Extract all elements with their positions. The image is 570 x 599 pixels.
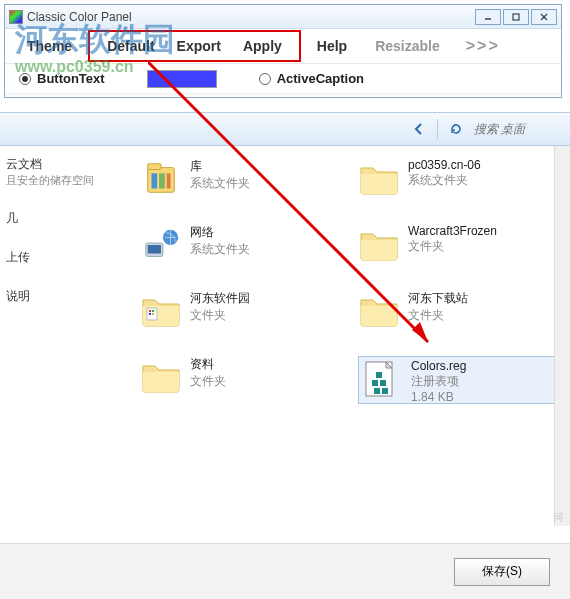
svg-rect-21 [382, 388, 388, 394]
left-item-sub: 且安全的储存空间 [6, 173, 120, 188]
swatch-buttontext[interactable] [147, 70, 217, 88]
file-item-library[interactable]: 库 系统文件夹 [140, 158, 346, 206]
left-item-title: 云文档 [6, 156, 120, 173]
explorer-toolbar [0, 112, 570, 146]
minimize-button[interactable] [475, 9, 501, 25]
svg-rect-7 [159, 173, 165, 188]
folder-icon [140, 356, 182, 398]
label-buttontext: ButtonText [37, 71, 105, 86]
file-item-folder[interactable]: 河东下载站 文件夹 [358, 290, 564, 338]
explorer-pane: 云文档 且安全的储存空间 几 上传 说明 库 系统文件夹 [0, 146, 570, 526]
scrollbar[interactable] [554, 146, 570, 526]
svg-rect-1 [513, 14, 519, 20]
file-name: Warcraft3Frozen [408, 224, 497, 238]
left-column: 云文档 且安全的储存空间 几 上传 说明 [0, 146, 120, 526]
file-item-network[interactable]: 网络 系统文件夹 [140, 224, 346, 272]
file-item-reg[interactable]: Colors.reg 注册表项 1.84 KB [358, 356, 564, 404]
file-type: 文件夹 [190, 373, 226, 390]
svg-rect-20 [376, 372, 382, 378]
file-item-folder[interactable]: Warcraft3Frozen 文件夹 [358, 224, 564, 272]
folder-icon [358, 158, 400, 200]
file-item-folder[interactable]: 河东软件园 文件夹 [140, 290, 346, 338]
file-info: pc0359.cn-06 系统文件夹 [408, 158, 481, 189]
radio-activecaption[interactable] [259, 73, 271, 85]
svg-rect-18 [372, 380, 378, 386]
file-info: 资料 文件夹 [190, 356, 226, 390]
file-info: 库 系统文件夹 [190, 158, 250, 192]
svg-rect-14 [152, 310, 154, 312]
folder-icon [140, 290, 182, 332]
file-name: 库 [190, 158, 250, 175]
save-button[interactable]: 保存(S) [454, 558, 550, 586]
left-item[interactable]: 几 [6, 210, 120, 227]
file-type: 系统文件夹 [190, 175, 250, 192]
close-button[interactable] [531, 9, 557, 25]
library-icon [140, 158, 182, 200]
toolbar-divider [437, 119, 438, 139]
left-item[interactable]: 上传 [6, 249, 120, 266]
folder-icon [358, 224, 400, 266]
back-button[interactable] [407, 118, 431, 140]
refresh-button[interactable] [444, 118, 468, 140]
options-row: ButtonText ActiveCaption [5, 63, 561, 93]
menubar: Theme Default Export Apply Help Resizabl… [5, 29, 561, 63]
svg-rect-6 [152, 173, 158, 188]
svg-rect-5 [148, 164, 161, 170]
file-item-folder[interactable]: 资料 文件夹 [140, 356, 346, 404]
svg-rect-16 [152, 313, 154, 315]
menu-export[interactable]: Export [168, 34, 230, 58]
color-panel-window: Classic Color Panel Theme Default Export… [4, 4, 562, 98]
svg-rect-10 [148, 245, 161, 254]
menu-theme[interactable]: Theme [15, 34, 84, 58]
window-title: Classic Color Panel [27, 10, 473, 24]
svg-rect-13 [149, 310, 151, 312]
file-type: 注册表项 [411, 373, 466, 390]
left-item-title: 上传 [6, 249, 120, 266]
menu-default[interactable]: Default [98, 34, 163, 58]
file-info: Colors.reg 注册表项 1.84 KB [411, 359, 466, 404]
file-info: 河东下载站 文件夹 [408, 290, 468, 324]
file-type: 系统文件夹 [408, 172, 481, 189]
file-size: 1.84 KB [411, 390, 466, 404]
left-item-title: 几 [6, 210, 120, 227]
file-name: Colors.reg [411, 359, 466, 373]
menu-resizable[interactable]: Resizable [363, 34, 452, 58]
file-info: Warcraft3Frozen 文件夹 [408, 224, 497, 255]
file-name: 资料 [190, 356, 226, 373]
app-icon [9, 10, 23, 24]
file-type: 文件夹 [408, 307, 468, 324]
bottom-bar: 保存(S) [0, 543, 570, 599]
file-name: 河东下载站 [408, 290, 468, 307]
file-grid: 库 系统文件夹 pc0359.cn-06 系统文件夹 网络 系统文件夹 [140, 158, 564, 404]
corner-watermark: 河 [553, 510, 564, 525]
file-type: 文件夹 [190, 307, 250, 324]
radio-buttontext[interactable] [19, 73, 31, 85]
network-icon [140, 224, 182, 266]
left-item-title: 说明 [6, 288, 120, 305]
file-type: 文件夹 [408, 238, 497, 255]
file-item-folder[interactable]: pc0359.cn-06 系统文件夹 [358, 158, 564, 206]
file-name: pc0359.cn-06 [408, 158, 481, 172]
menu-apply[interactable]: Apply [234, 34, 291, 58]
maximize-button[interactable] [503, 9, 529, 25]
left-item[interactable]: 说明 [6, 288, 120, 305]
reg-icon [361, 359, 403, 401]
svg-rect-19 [380, 380, 386, 386]
file-info: 河东软件园 文件夹 [190, 290, 250, 324]
file-type: 系统文件夹 [190, 241, 250, 258]
file-info: 网络 系统文件夹 [190, 224, 250, 258]
titlebar[interactable]: Classic Color Panel [5, 5, 561, 29]
search-input[interactable] [474, 118, 564, 140]
label-activecaption: ActiveCaption [277, 71, 364, 86]
menu-help[interactable]: Help [305, 34, 359, 58]
svg-rect-22 [374, 388, 380, 394]
menu-more[interactable]: >>> [466, 37, 500, 55]
file-name: 网络 [190, 224, 250, 241]
folder-icon [358, 290, 400, 332]
left-item[interactable]: 云文档 且安全的储存空间 [6, 156, 120, 188]
svg-rect-8 [167, 173, 171, 188]
file-name: 河东软件园 [190, 290, 250, 307]
highlighted-menu-group: Default Export Apply [88, 30, 301, 62]
panel-separator [5, 93, 561, 97]
svg-rect-15 [149, 313, 151, 315]
